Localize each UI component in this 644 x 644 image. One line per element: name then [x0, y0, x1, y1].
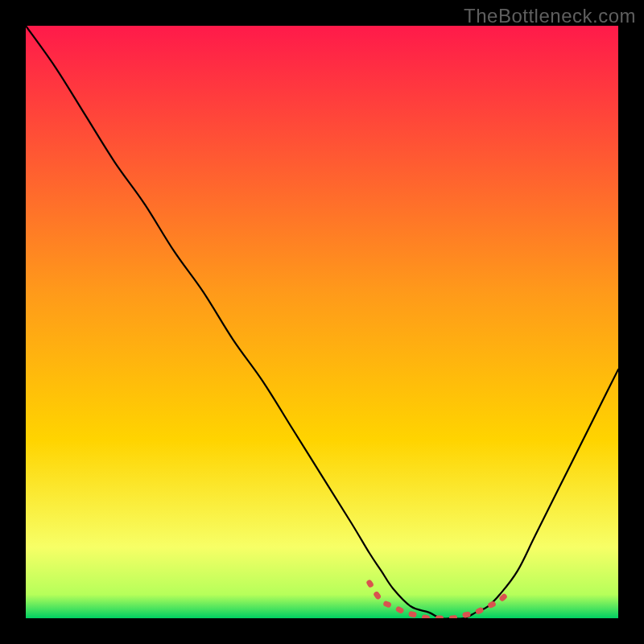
chart-frame: TheBottleneck.com — [0, 0, 644, 644]
chart-svg — [26, 26, 618, 618]
gradient-background — [26, 26, 618, 618]
watermark-text: TheBottleneck.com — [464, 5, 636, 27]
plot-area — [26, 26, 618, 618]
